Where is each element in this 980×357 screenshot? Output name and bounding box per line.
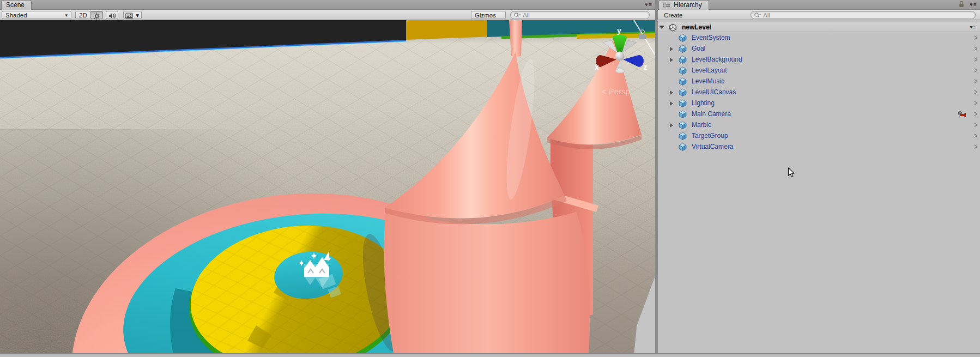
hierarchy-tab-label: Hierarchy bbox=[674, 1, 701, 9]
hierarchy-item-label: EventSystem bbox=[692, 34, 730, 41]
hierarchy-item-leveluicanvas[interactable]: LevelUICanvas > bbox=[658, 87, 980, 98]
scene-tab-label: Scene bbox=[6, 1, 25, 9]
hierarchy-item-label: LevelMusic bbox=[692, 77, 724, 85]
gizmo-x-label[interactable]: x bbox=[595, 63, 599, 71]
hierarchy-panel-menu-icon[interactable]: ▾≡ bbox=[970, 1, 977, 8]
gizmo-y-label[interactable]: y bbox=[617, 26, 621, 35]
gizmo-center bbox=[615, 52, 625, 61]
foldout-closed-icon[interactable] bbox=[670, 58, 673, 62]
hierarchy-scene-root[interactable]: newLevel ▾≡ bbox=[658, 22, 980, 32]
unity-editor-window: Scene ▾≡ Shaded ▾ 2D ▾ Gizmos bbox=[0, 0, 980, 357]
scene-viewport[interactable]: y x z < Persp bbox=[0, 20, 655, 353]
effects-toggle[interactable]: ▾ bbox=[123, 11, 142, 19]
hierarchy-toolbar: Create ▾ All bbox=[658, 10, 980, 20]
prefab-arrow-icon[interactable]: > bbox=[974, 140, 977, 154]
search-icon bbox=[754, 12, 761, 20]
foldout-closed-icon[interactable] bbox=[670, 90, 673, 95]
hierarchy-item-marble[interactable]: Marble > bbox=[658, 119, 980, 130]
foldout-closed-icon[interactable] bbox=[670, 101, 673, 106]
prefab-cube-icon bbox=[679, 143, 687, 154]
foldout-closed-icon[interactable] bbox=[670, 123, 673, 128]
gizmos-dropdown[interactable]: Gizmos ▾ bbox=[471, 11, 506, 19]
window-bottom-edge[interactable] bbox=[0, 353, 980, 357]
hierarchy-item-levellayout[interactable]: LevelLayout > bbox=[658, 65, 980, 76]
scene-panel-menu-icon[interactable]: ▾≡ bbox=[645, 1, 652, 8]
image-icon bbox=[125, 12, 133, 19]
2d-toggle[interactable]: 2D bbox=[75, 11, 91, 19]
hierarchy-item-label: LevelLayout bbox=[692, 66, 727, 74]
hierarchy-tab-icon bbox=[663, 1, 670, 10]
search-icon bbox=[513, 12, 521, 20]
hierarchy-tabbar: Hierarchy ▾≡ bbox=[658, 0, 980, 10]
hierarchy-list: EventSystem > Goal > LevelBackground > L… bbox=[658, 32, 980, 152]
hierarchy-item-levelbackground[interactable]: LevelBackground > bbox=[658, 54, 980, 65]
dropdown-arrow-icon: ▾ bbox=[65, 11, 68, 20]
hierarchy-item-label: Lighting bbox=[692, 99, 715, 107]
hierarchy-item-virtualcamera[interactable]: VirtualCamera > bbox=[658, 141, 980, 152]
scene-search-input[interactable]: All bbox=[510, 11, 650, 19]
mouse-cursor bbox=[788, 167, 795, 178]
foldout-closed-icon[interactable] bbox=[670, 47, 673, 51]
tab-hierarchy[interactable]: Hierarchy bbox=[658, 0, 709, 10]
hierarchy-item-levelmusic[interactable]: LevelMusic > bbox=[658, 76, 980, 87]
hierarchy-item-label: LevelUICanvas bbox=[692, 88, 736, 96]
scene-panel: Scene ▾≡ Shaded ▾ 2D ▾ Gizmos bbox=[0, 0, 655, 353]
hierarchy-item-label: Marble bbox=[692, 121, 712, 129]
hierarchy-item-main-camera[interactable]: Main Camera > bbox=[658, 108, 980, 119]
hierarchy-item-label: TargetGroup bbox=[692, 132, 728, 140]
lighting-toggle[interactable] bbox=[90, 11, 103, 19]
hierarchy-panel: Hierarchy ▾≡ Create ▾ All newLevel ▾≡ bbox=[658, 0, 980, 353]
scene-root-label: newLevel bbox=[682, 23, 711, 31]
hierarchy-tree: newLevel ▾≡ EventSystem > Goal > LevelBa… bbox=[658, 20, 980, 353]
scene-toolbar: Shaded ▾ 2D ▾ Gizmos ▾ All bbox=[0, 10, 655, 20]
hierarchy-item-label: Goal bbox=[692, 45, 705, 52]
foldout-open-icon[interactable] bbox=[659, 26, 664, 29]
hierarchy-item-label: VirtualCamera bbox=[692, 143, 733, 150]
speaker-icon bbox=[108, 12, 116, 19]
scene-tabbar: Scene ▾≡ bbox=[0, 0, 655, 10]
hierarchy-item-targetgroup[interactable]: TargetGroup > bbox=[658, 130, 980, 141]
hierarchy-item-label: LevelBackground bbox=[692, 56, 742, 63]
tab-scene[interactable]: Scene bbox=[1, 0, 32, 10]
hierarchy-search-input[interactable]: All bbox=[751, 11, 976, 19]
sun-icon bbox=[93, 12, 100, 19]
audio-toggle[interactable] bbox=[106, 11, 118, 19]
lock-icon[interactable] bbox=[959, 1, 964, 8]
hierarchy-item-lighting[interactable]: Lighting > bbox=[658, 98, 980, 108]
scene-search-placeholder: All bbox=[523, 12, 530, 19]
gizmo-z-label[interactable]: z bbox=[644, 63, 648, 71]
hierarchy-item-goal[interactable]: Goal > bbox=[658, 43, 980, 54]
gizmo-persp-label[interactable]: < Persp bbox=[602, 87, 630, 96]
hierarchy-item-label: Main Camera bbox=[692, 110, 731, 118]
hierarchy-item-eventsystem[interactable]: EventSystem > bbox=[658, 32, 980, 43]
create-button[interactable]: Create ▾ bbox=[660, 11, 692, 19]
dropdown-arrow-icon: ▾ bbox=[136, 12, 139, 19]
shading-mode-dropdown[interactable]: Shaded ▾ bbox=[2, 11, 71, 19]
hierarchy-search-placeholder: All bbox=[763, 12, 770, 19]
